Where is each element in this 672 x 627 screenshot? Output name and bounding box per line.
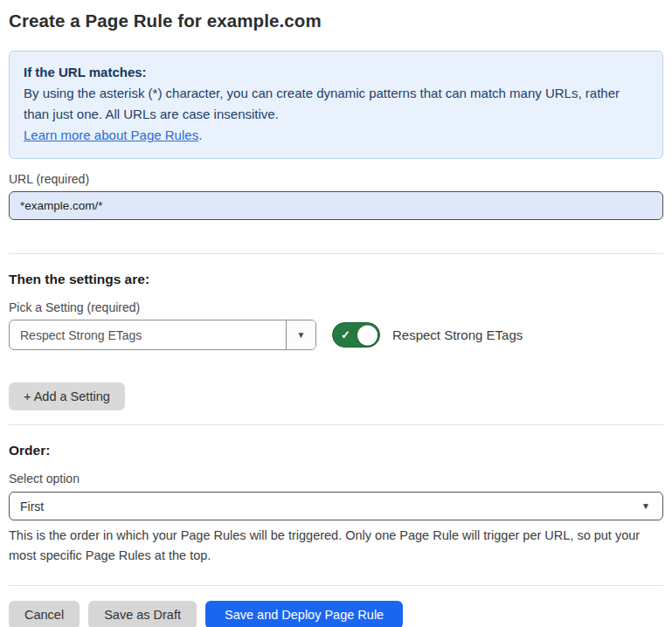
- order-select-label: Select option: [9, 472, 663, 486]
- info-box-link-line: Learn more about Page Rules.: [24, 125, 648, 146]
- pick-setting-label: Pick a Setting (required): [9, 300, 663, 314]
- link-suffix: .: [198, 127, 202, 142]
- toggle-knob: [357, 325, 378, 345]
- setting-row: Respect Strong ETags ▼ ✓ Respect Strong …: [9, 320, 663, 350]
- url-input[interactable]: [9, 191, 663, 220]
- order-section-heading: Order:: [9, 443, 663, 458]
- chevron-down-icon: ▼: [641, 501, 650, 511]
- cancel-button[interactable]: Cancel: [9, 601, 80, 627]
- setting-select-value: Respect Strong ETags: [10, 320, 286, 349]
- setting-select-arrow-button[interactable]: ▼: [286, 320, 315, 349]
- toggle-label: Respect Strong ETags: [392, 327, 523, 342]
- settings-section-heading: Then the settings are:: [9, 272, 663, 287]
- divider-middle: [9, 424, 663, 425]
- info-box-body: By using the asterisk (*) character, you…: [24, 83, 648, 125]
- learn-more-link[interactable]: Learn more about Page Rules: [24, 127, 198, 142]
- divider-bottom: [9, 585, 663, 586]
- respect-strong-etags-toggle[interactable]: ✓: [332, 322, 380, 348]
- add-setting-button[interactable]: + Add a Setting: [9, 382, 125, 410]
- chevron-down-icon: ▼: [297, 330, 306, 340]
- order-select[interactable]: First ▼: [9, 492, 663, 520]
- footer-actions: Cancel Save as Draft Save and Deploy Pag…: [9, 601, 663, 627]
- save-deploy-button[interactable]: Save and Deploy Page Rule: [205, 601, 403, 627]
- info-box-heading: If the URL matches:: [24, 62, 648, 83]
- url-field-label: URL (required): [9, 172, 663, 186]
- divider-top: [9, 253, 663, 254]
- setting-select[interactable]: Respect Strong ETags ▼: [9, 320, 316, 350]
- order-help-text: This is the order in which your Page Rul…: [9, 526, 663, 566]
- order-select-value: First: [20, 500, 641, 513]
- page-title: Create a Page Rule for example.com: [9, 10, 663, 31]
- url-match-info-box: If the URL matches: By using the asteris…: [9, 51, 663, 159]
- check-icon: ✓: [341, 329, 350, 341]
- save-draft-button[interactable]: Save as Draft: [88, 601, 197, 627]
